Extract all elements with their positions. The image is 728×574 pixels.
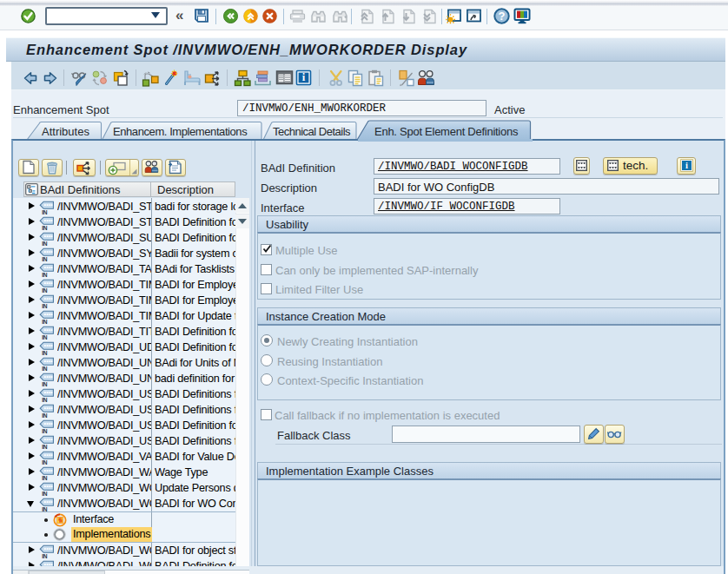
svg-text:IN: IN: [42, 319, 48, 324]
svg-text:IN: IN: [42, 428, 48, 433]
svg-text:IN: IN: [42, 303, 48, 308]
svg-text:IN: IN: [42, 241, 48, 246]
svg-text:IN: IN: [42, 397, 48, 402]
svg-text:IN: IN: [42, 256, 48, 261]
svg-text:IN: IN: [42, 553, 48, 558]
svg-text:i: i: [685, 161, 688, 170]
svg-text:IN: IN: [42, 491, 48, 496]
svg-text:IN: IN: [42, 366, 48, 371]
svg-text:IN: IN: [42, 412, 48, 418]
svg-text:IN: IN: [42, 209, 48, 214]
svg-text:IN: IN: [42, 475, 48, 480]
svg-text:IN: IN: [42, 287, 48, 293]
svg-text:IN: IN: [42, 350, 48, 355]
svg-text:IN: IN: [42, 334, 48, 340]
svg-text:IN: IN: [42, 272, 48, 277]
svg-text:IN: IN: [42, 381, 48, 386]
svg-text:IN: IN: [42, 459, 48, 465]
svg-text:IN: IN: [42, 225, 48, 230]
svg-text:IN: IN: [42, 444, 48, 449]
